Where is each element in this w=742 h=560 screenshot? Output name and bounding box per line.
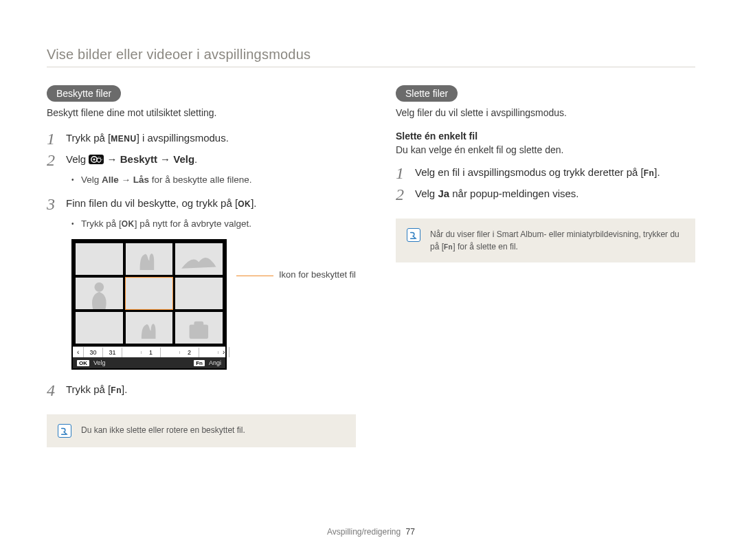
bullet-item: Trykk på [OK] på nytt for å avbryte valg… [71,217,356,231]
protect-intro: Beskytt filene dine mot utilsiktet slett… [47,107,356,118]
step-text-bold: Ja [438,188,449,199]
note-text: Du kan ikke slette eller rotere en besky… [81,424,245,436]
info-icon [58,424,71,438]
callout-label: Ikon for beskyttet fil [279,269,356,280]
thumbnail [126,243,173,275]
left-column: Beskytte filer Beskytt filene dine mot u… [47,85,356,447]
step-number: 2 [47,152,66,169]
thumbnail [76,312,123,344]
thumbnail [175,312,223,344]
date-cell: 31 [103,348,122,357]
step-text: Finn filen du vil beskytte, og trykk på … [66,197,238,209]
subheading: Slette én enkelt fil [396,131,695,142]
step-number: 1 [396,165,415,182]
delete-intro: Velg filer du vil slette i avspillingsmo… [396,107,695,118]
settings-icon [89,154,104,165]
thumbnail [76,278,123,309]
ok-button-label: OK [238,199,251,210]
step-1: 1 Velg en fil i avspillingsmodus og tryk… [396,165,695,182]
ok-badge: OK [77,360,89,366]
prev-icon: ‹ [73,347,84,357]
footer-label: Velg [93,359,106,366]
thumbnail [76,243,123,275]
bullet-text: ] på nytt for å avbryte valget. [135,219,251,229]
right-column: Slette filer Velg filer du vil slette i … [396,85,695,447]
info-icon [407,228,420,242]
step-text: når popup-meldingen vises. [449,188,578,199]
bullet-text: → [119,175,133,185]
step-text: Velg [66,153,89,165]
section-pill-protect: Beskytte filer [47,85,121,102]
step-3: 3 Finn filen du vil beskytte, og trykk p… [47,196,356,213]
step-text: ]. [251,197,256,209]
footer-section: Avspilling/redigering [327,527,401,537]
date-cell: 1 [142,348,161,357]
bullet-text: Velg [81,175,102,185]
thumbnail-selected [126,278,173,309]
callout-line [236,276,273,276]
fn-button-label: Fn [111,385,122,396]
subtext: Du kan velge én enkelt fil og slette den… [396,144,695,155]
svg-point-2 [93,159,95,161]
step-text: Trykk på [ [66,383,111,395]
step-2: 2 Velg Ja når popup-meldingen vises. [396,186,695,203]
section-pill-delete: Slette filer [396,85,458,102]
bullet-text-bold: Lås [133,175,149,185]
note-box: Når du viser filer i Smart Album- eller … [396,219,695,262]
date-row: ‹ 30 31 1 2 › [73,346,225,357]
step-text: . [194,153,197,165]
step-text: Velg [415,188,438,199]
note-box: Du kan ikke slette eller rotere en besky… [47,414,356,447]
thumbnail [175,278,223,309]
step-number: 4 [47,382,66,399]
page-number: 77 [406,527,415,537]
thumbnail [175,243,223,275]
date-cell: 2 [180,348,199,357]
step-4: 4 Trykk på [Fn]. [47,382,356,399]
step-number: 1 [47,131,66,148]
note-text: Når du viser filer i Smart Album- eller … [430,228,684,253]
thumbnail [126,312,173,344]
note-text-part: ] for å slette en fil. [453,242,518,251]
page-title: Vise bilder eller videoer i avspillingsm… [47,47,695,63]
fn-button-label: Fn [644,168,655,179]
step-2: 2 Velg → Beskytt → Velg. [47,152,356,169]
footer-label: Angi [209,359,221,366]
svg-rect-3 [76,243,123,275]
step-number: 3 [47,196,66,213]
thumbnail-grid [73,240,225,346]
step-text: ]. [654,166,660,178]
step-text: ] i avspillingsmodus. [137,132,229,144]
page-footer: Avspilling/redigering 77 [0,527,742,537]
fn-badge: Fn [194,360,205,366]
ok-button-label: OK [122,218,135,230]
step-1: 1 Trykk på [MENU] i avspillingsmodus. [47,131,356,148]
illustration-wrap: ‹ 30 31 1 2 › OK Velg [71,239,356,370]
svg-rect-14 [194,322,204,326]
step-text: Velg en fil i avspillingsmodus og trykk … [415,166,644,178]
svg-rect-5 [175,243,223,275]
step-text-bold: → Beskytt → Velg [104,153,194,165]
svg-rect-10 [76,312,123,344]
divider [47,67,695,67]
camera-screenshot: ‹ 30 31 1 2 › OK Velg [71,239,227,370]
svg-rect-13 [190,324,208,339]
bullet-text: Trykk på [ [81,219,122,229]
svg-rect-8 [126,278,173,309]
step-number: 2 [396,186,415,203]
svg-point-7 [94,282,104,292]
step-text: ]. [122,383,127,395]
bullet-text: for å beskytte alle filene. [149,175,251,185]
next-icon: › [218,347,229,357]
bullet-item: Velg Alle → Lås for å beskytte alle file… [71,173,356,187]
menu-button-label: MENU [111,133,136,145]
date-cell: 30 [84,348,103,357]
svg-rect-9 [175,278,223,309]
bullet-text-bold: Alle [102,175,119,185]
step-text: Trykk på [ [66,132,111,144]
fn-button-label: Fn [444,242,453,252]
screenshot-footer: OK Velg Fn Angi [73,357,225,368]
